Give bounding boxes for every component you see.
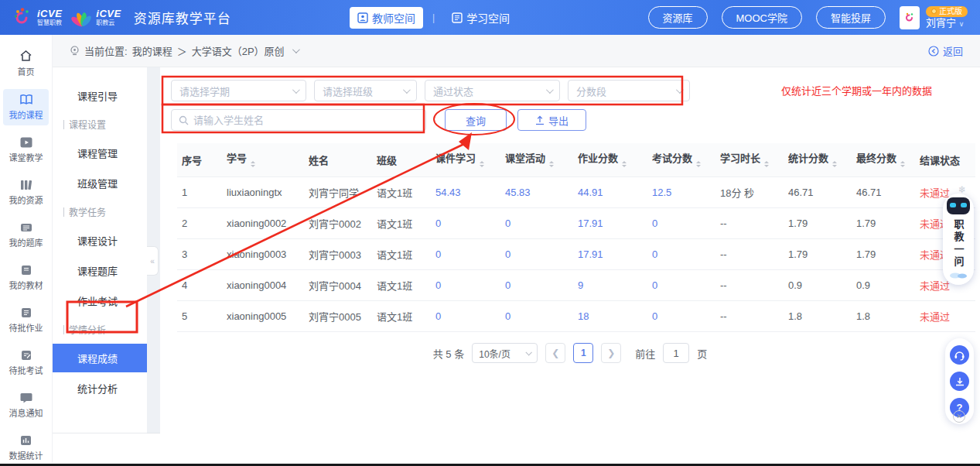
table-cell[interactable]: 0 <box>647 270 715 301</box>
column-header[interactable]: 考试分数 <box>647 143 715 177</box>
export-button[interactable]: 导出 <box>517 109 586 131</box>
sort-caret-icon[interactable] <box>832 159 837 170</box>
close-toolbar-icon[interactable]: ✕ <box>953 410 965 423</box>
goto-label: 前往 <box>635 346 655 361</box>
table-cell[interactable]: 17.91 <box>573 208 647 239</box>
table-cell[interactable]: 未通过 <box>915 301 975 332</box>
breadcrumb-separator: ＞ <box>177 43 187 58</box>
table-cell[interactable]: 0 <box>431 301 500 332</box>
table-cell[interactable]: 0 <box>431 270 500 301</box>
query-button[interactable]: 查询 <box>445 109 507 131</box>
table-cell[interactable]: 18 <box>573 301 647 332</box>
robot-icon <box>947 197 970 214</box>
table-cell: 46.71 <box>852 177 915 208</box>
column-header[interactable]: 课堂活动 <box>500 143 573 177</box>
breadcrumb-parent-link[interactable]: 我的课程 <box>132 43 172 58</box>
table-cell[interactable]: 9 <box>573 270 647 301</box>
student-name-input[interactable] <box>193 115 418 126</box>
rail-item-my-resources[interactable]: 我的资源 <box>3 175 49 211</box>
column-header[interactable]: 最终分数 <box>852 143 915 177</box>
table-row: 2xiaoning0002刘宵宁0002语文1班0017.910--1.791.… <box>177 208 975 239</box>
table-cell[interactable]: 44.91 <box>573 177 647 208</box>
table-cell[interactable]: 0 <box>647 208 715 239</box>
table-cell[interactable]: 0 <box>647 301 715 332</box>
download-button[interactable] <box>950 372 969 391</box>
logo2-sub: 职教云 <box>96 20 121 26</box>
menu-course-design[interactable]: 课程设计 <box>53 226 147 255</box>
column-header[interactable]: 统计分数 <box>784 143 852 177</box>
table-cell[interactable]: 0 <box>431 239 500 270</box>
search-icon <box>179 115 189 125</box>
page-1-button[interactable]: 1 <box>573 343 593 363</box>
prev-page-button[interactable]: ❮ <box>545 343 565 363</box>
rail-item-pending-homework[interactable]: 待批作业 <box>3 303 49 338</box>
sidebar-collapse-handle[interactable]: « <box>147 246 159 276</box>
menu-course-guide[interactable]: 课程引导 <box>53 81 147 110</box>
table-cell[interactable]: 12.5 <box>647 177 715 208</box>
sort-caret-icon[interactable] <box>480 159 484 170</box>
chat-bubble-icon <box>20 392 32 403</box>
chevron-down-icon <box>292 86 300 94</box>
rail-item-my-textbooks[interactable]: 我的教材 <box>3 260 49 296</box>
rail-item-pending-exams[interactable]: 待批考试 <box>3 345 49 381</box>
chevron-down-icon[interactable] <box>292 46 300 53</box>
menu-course-question-bank[interactable]: 课程题库 <box>53 256 147 285</box>
mooc-college-button[interactable]: MOOC学院 <box>722 6 802 29</box>
student-name-searchbox[interactable] <box>171 109 426 131</box>
table-cell: 刘宵宁同学 <box>304 177 372 208</box>
space-separator: | <box>432 12 435 23</box>
menu-statistical-analysis[interactable]: 统计分析 <box>53 374 147 403</box>
table-cell[interactable]: 0 <box>500 239 573 270</box>
menu-homework-exam[interactable]: 作业考试 <box>53 286 147 315</box>
sort-caret-icon[interactable] <box>900 159 905 170</box>
rail-item-classroom-teaching[interactable]: 课堂教学 <box>3 132 49 168</box>
smart-cast-button[interactable]: 智能投屏 <box>816 6 886 29</box>
table-cell[interactable]: 0 <box>647 239 715 270</box>
table-cell[interactable]: 54.43 <box>431 177 500 208</box>
table-cell[interactable]: 0 <box>500 270 573 301</box>
column-header[interactable]: 课件学习 <box>431 143 500 177</box>
page-size-select[interactable]: 10条/页 <box>472 343 538 363</box>
table-cell[interactable]: 0 <box>500 208 573 239</box>
rail-item-data-statistics[interactable]: 数据统计 <box>3 430 49 466</box>
sort-caret-icon[interactable] <box>696 159 701 170</box>
table-cell[interactable]: 17.91 <box>573 239 647 270</box>
table-cell: 语文1班 <box>372 208 431 239</box>
customer-service-button[interactable] <box>950 345 969 365</box>
rail-item-my-question-bank[interactable]: 我的题库 <box>3 218 49 253</box>
back-arrow-icon <box>928 46 939 57</box>
rail-item-home[interactable]: 首页 <box>3 45 49 82</box>
table-cell[interactable]: 45.83 <box>500 177 573 208</box>
back-button[interactable]: 返回 <box>928 43 963 58</box>
exam-doc-icon <box>21 350 32 361</box>
column-header[interactable]: 学号 <box>222 143 304 177</box>
resource-library-button[interactable]: 资源库 <box>648 6 708 29</box>
column-header[interactable]: 作业分数 <box>573 143 647 177</box>
sort-caret-icon[interactable] <box>764 159 769 170</box>
rail-item-my-courses[interactable]: 我的课程 <box>3 89 49 125</box>
menu-course-management[interactable]: 课程管理 <box>53 139 147 167</box>
semester-select[interactable]: 请选择学期 <box>171 80 306 101</box>
student-space-tab[interactable]: 学习空间 <box>444 7 517 29</box>
column-header[interactable]: 学习时长 <box>715 143 784 177</box>
table-cell[interactable]: 0 <box>500 301 573 332</box>
rail-item-message-notice[interactable]: 消息通知 <box>3 388 49 423</box>
next-page-button[interactable]: ❯ <box>601 343 621 363</box>
user-menu[interactable]: 正式版 刘宵宁 ∨ <box>900 6 968 29</box>
sort-caret-icon[interactable] <box>549 159 554 170</box>
teacher-space-tab[interactable]: 教师空间 <box>350 7 423 29</box>
table-cell[interactable]: 0 <box>431 208 500 239</box>
sort-caret-icon[interactable] <box>251 159 255 170</box>
goto-page-input[interactable] <box>663 343 689 363</box>
class-select[interactable]: 请选择班级 <box>314 80 417 101</box>
video-play-icon <box>20 137 32 148</box>
menu-class-management[interactable]: 班级管理 <box>53 169 147 197</box>
avatar-logo-icon <box>903 12 916 24</box>
table-cell: 1.8 <box>784 301 852 332</box>
sort-caret-icon[interactable] <box>622 159 627 170</box>
pass-status-select[interactable]: 通过状态 <box>425 80 560 101</box>
assistant-widget[interactable]: 职教一问 <box>943 194 974 285</box>
menu-section-learning-analysis: 学情分析 <box>53 317 147 342</box>
menu-course-grades[interactable]: 课程成绩 <box>53 344 147 372</box>
score-range-select[interactable]: 分数段 <box>568 80 690 101</box>
